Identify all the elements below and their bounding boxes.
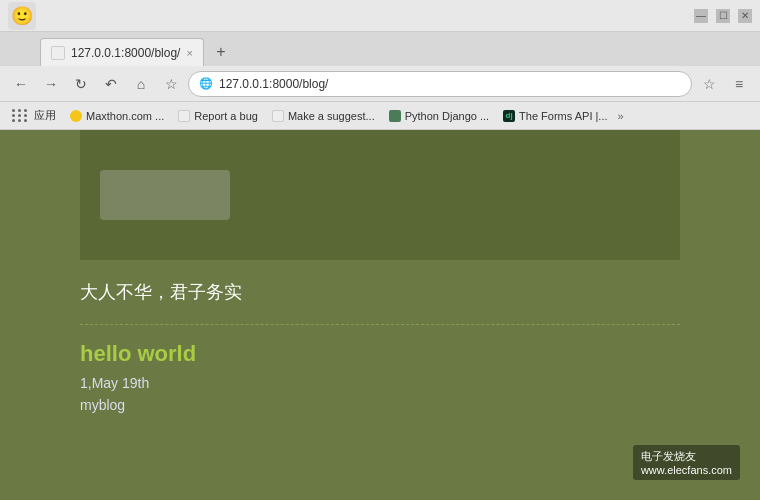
site-logo	[100, 170, 230, 220]
bookmark-button[interactable]: ☆	[158, 71, 184, 97]
bookmark-suggestion-label: Make a suggest...	[288, 110, 375, 122]
maxthon-favicon	[70, 110, 82, 122]
address-bar[interactable]: 🌐 127.0.0.1:8000/blog/	[188, 71, 692, 97]
bookmark-python-django-label: Python Django ...	[405, 110, 489, 122]
home-button[interactable]: ⌂	[128, 71, 154, 97]
address-security-icon: 🌐	[199, 77, 213, 90]
bookmarks-more-button[interactable]: »	[618, 110, 624, 122]
site-header	[80, 130, 680, 260]
tab-close-button[interactable]: ×	[186, 47, 192, 59]
watermark-label: 电子发烧友	[641, 450, 696, 462]
bookmark-forms-api[interactable]: dj The Forms API |...	[497, 108, 613, 124]
site-tagline: 大人不华，君子务实	[80, 280, 680, 304]
back-button[interactable]: ←	[8, 71, 34, 97]
maximize-button[interactable]: ☐	[716, 9, 730, 23]
menu-button[interactable]: ≡	[726, 71, 752, 97]
star-button[interactable]: ☆	[696, 71, 722, 97]
nav-bar: ← → ↻ ↶ ⌂ ☆ 🌐 127.0.0.1:8000/blog/ ☆ ≡	[0, 66, 760, 102]
bookmark-maxthon[interactable]: Maxthon.com ...	[64, 108, 170, 124]
window-controls: — ☐ ✕	[694, 9, 752, 23]
watermark-site: www.elecfans.com	[641, 464, 732, 476]
forward-button[interactable]: →	[38, 71, 64, 97]
bookmarks-bar: 应用 Maxthon.com ... Report a bug Make a s…	[0, 102, 760, 130]
forms-api-favicon: dj	[503, 110, 515, 122]
post-title[interactable]: hello world	[80, 341, 680, 367]
post-author: myblog	[80, 397, 680, 413]
bookmark-maxthon-label: Maxthon.com ...	[86, 110, 164, 122]
apps-grid-icon	[12, 109, 28, 122]
apps-label: 应用	[34, 108, 56, 123]
address-text: 127.0.0.1:8000/blog/	[219, 77, 681, 91]
tab-label: 127.0.0.1:8000/blog/	[71, 46, 180, 60]
post-meta: 1,May 19th	[80, 375, 680, 391]
window-titlebar: 🙂 — ☐ ✕	[0, 0, 760, 32]
suggestion-favicon	[272, 110, 284, 122]
bookmark-report-bug-label: Report a bug	[194, 110, 258, 122]
python-django-favicon	[389, 110, 401, 122]
active-tab[interactable]: 127.0.0.1:8000/blog/ ×	[40, 38, 204, 66]
new-tab-button[interactable]: +	[208, 40, 234, 64]
report-bug-favicon	[178, 110, 190, 122]
tab-bar: 127.0.0.1:8000/blog/ × +	[0, 32, 760, 66]
close-button[interactable]: ✕	[738, 9, 752, 23]
bookmark-suggestion[interactable]: Make a suggest...	[266, 108, 381, 124]
page-content: 大人不华，君子务实 hello world 1,May 19th myblog	[0, 130, 760, 433]
bookmark-forms-api-label: The Forms API |...	[519, 110, 607, 122]
tab-favicon	[51, 46, 65, 60]
bookmark-report-bug[interactable]: Report a bug	[172, 108, 264, 124]
divider	[80, 324, 680, 325]
apps-button[interactable]: 应用	[6, 106, 62, 125]
watermark: 电子发烧友 www.elecfans.com	[633, 445, 740, 480]
minimize-button[interactable]: —	[694, 9, 708, 23]
main-area: 大人不华，君子务实 hello world 1,May 19th myblog	[0, 260, 760, 433]
bookmark-python-django[interactable]: Python Django ...	[383, 108, 495, 124]
undo-button[interactable]: ↶	[98, 71, 124, 97]
refresh-button[interactable]: ↻	[68, 71, 94, 97]
